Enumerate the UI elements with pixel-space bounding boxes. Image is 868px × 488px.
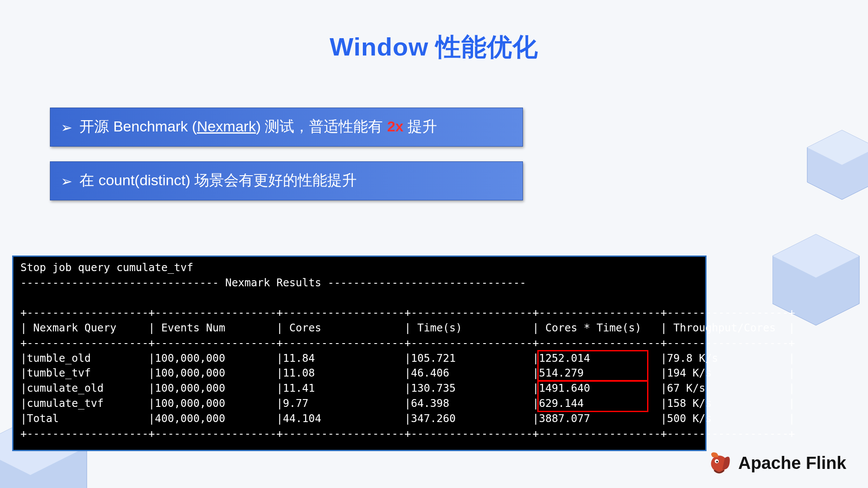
- terminal-output: Stop job query cumulate_tvf ------------…: [12, 255, 707, 451]
- slide-title: Window 性能优化: [0, 30, 868, 64]
- svg-point-8: [716, 461, 718, 462]
- chevron-right-icon: ➢: [61, 119, 72, 136]
- bullet-list: ➢ 开源 Benchmark (Nexmark) 测试，普适性能有 2x 提升 …: [50, 108, 868, 200]
- svg-marker-3: [773, 234, 859, 278]
- flink-logo-icon: [706, 450, 732, 476]
- terminal-text: Stop job query cumulate_tvf ------------…: [20, 260, 698, 441]
- chevron-right-icon: ➢: [61, 173, 72, 190]
- bullet-1-post: 提升: [404, 118, 437, 134]
- bullet-1-highlight: 2x: [387, 118, 404, 134]
- bullet-1-mid: ) 测试，普适性能有: [256, 118, 387, 134]
- bullet-1-link[interactable]: Nexmark: [197, 118, 256, 134]
- highlight-box: [537, 350, 648, 382]
- bullet-2: ➢ 在 count(distinct) 场景会有更好的性能提升: [50, 161, 523, 200]
- highlight-box: [537, 380, 648, 412]
- bullet-1-pre: 开源 Benchmark (: [79, 118, 197, 134]
- footer-brand-text: Apache Flink: [738, 453, 846, 473]
- footer-brand: Apache Flink: [706, 450, 846, 476]
- bullet-2-text: 在 count(distinct) 场景会有更好的性能提升: [79, 172, 357, 188]
- bullet-1: ➢ 开源 Benchmark (Nexmark) 测试，普适性能有 2x 提升: [50, 108, 523, 147]
